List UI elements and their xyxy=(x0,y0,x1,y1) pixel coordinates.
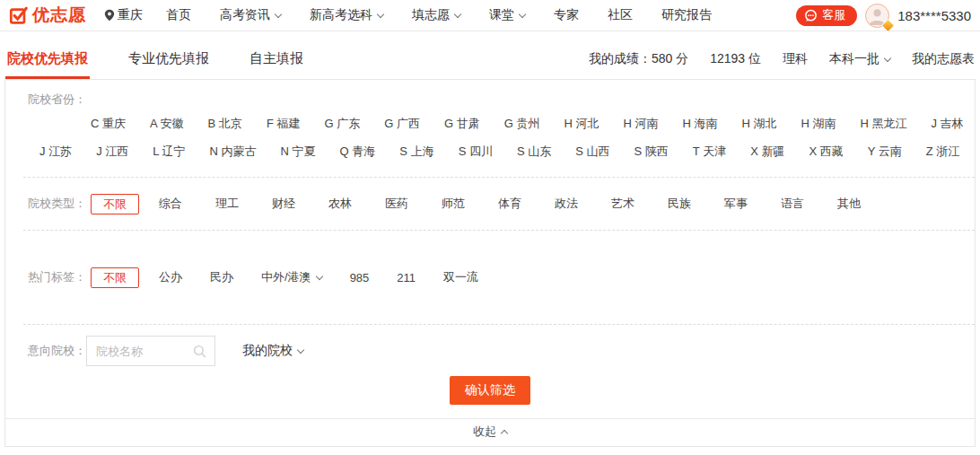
type-option-label: 政法 xyxy=(555,196,578,212)
province-option[interactable]: H 河北 xyxy=(564,116,599,132)
province-option[interactable]: B 北京 xyxy=(208,116,242,132)
province-option[interactable]: J 江西 xyxy=(96,144,128,160)
province-option[interactable]: H 湖南 xyxy=(801,116,836,132)
nav-menu-item[interactable]: 首页 xyxy=(166,7,191,23)
mode-tab[interactable]: 专业优先填报 xyxy=(127,50,211,79)
customer-service-button[interactable]: 客服 xyxy=(796,5,857,26)
search-icon[interactable] xyxy=(193,345,206,358)
province-label: 院校省份： xyxy=(28,92,975,108)
province-option[interactable]: G 贵州 xyxy=(504,116,540,132)
user-avatar[interactable] xyxy=(865,4,889,28)
type-option[interactable]: 师范 xyxy=(442,196,465,212)
subject-track: 理科 xyxy=(783,51,808,67)
college-search-box xyxy=(86,336,215,366)
province-option[interactable]: N 宁夏 xyxy=(281,144,316,160)
tag-option-label: 中外/港澳 xyxy=(261,269,311,285)
nav-menu-item[interactable]: 社区 xyxy=(608,7,633,23)
section-intent: 意向院校： 我的院校 xyxy=(5,325,975,366)
province-option[interactable]: T 天津 xyxy=(693,144,726,160)
province-option[interactable]: H 湖北 xyxy=(741,116,776,132)
province-option[interactable]: L 辽宁 xyxy=(153,144,185,160)
nav-menu-item[interactable]: 高考资讯 xyxy=(220,7,281,23)
type-option[interactable]: 理工 xyxy=(215,196,239,212)
province-option[interactable]: H 河南 xyxy=(623,116,658,132)
province-option[interactable]: Z 浙江 xyxy=(926,144,960,160)
chevron-down-icon xyxy=(377,10,384,17)
checkbox-logo-icon xyxy=(9,5,29,25)
type-option[interactable]: 医药 xyxy=(385,196,408,212)
college-search-input[interactable] xyxy=(87,345,193,358)
nav-menu-item[interactable]: 研究报告 xyxy=(661,7,712,23)
province-option[interactable]: S 陕西 xyxy=(634,144,669,160)
tag-option[interactable]: 民办 xyxy=(210,269,233,285)
location-selector[interactable]: 重庆 xyxy=(104,7,143,23)
type-option-label: 财经 xyxy=(272,196,295,212)
tag-options: 公办 民办 中外/港澳 985 xyxy=(159,269,478,285)
province-option[interactable]: J 江苏 xyxy=(39,144,72,160)
province-option[interactable]: A 安徽 xyxy=(150,116,184,132)
province-option[interactable]: H 海南 xyxy=(682,116,717,132)
mode-tab[interactable]: 自主填报 xyxy=(248,50,305,79)
location-label: 重庆 xyxy=(118,7,143,23)
collapse-toggle[interactable]: 收起 xyxy=(5,418,975,444)
province-option[interactable]: S 山东 xyxy=(517,144,551,160)
province-option[interactable]: S 山西 xyxy=(575,144,609,160)
mode-tab[interactable]: 院校优先填报 xyxy=(5,50,90,79)
province-option[interactable]: Y 云南 xyxy=(868,144,902,160)
province-option[interactable]: G 甘肃 xyxy=(444,116,480,132)
section-province: 院校省份： C 重庆 A 安徽 B 北京 F 福建 G 广东 G 广西 G 甘肃 xyxy=(5,80,975,177)
mode-tab-label: 专业优先填报 xyxy=(128,50,209,66)
province-option[interactable]: S 上海 xyxy=(399,144,433,160)
confirm-filter-button[interactable]: 确认筛选 xyxy=(450,376,530,405)
nav-menu-item-label: 新高考选科 xyxy=(310,7,372,23)
province-option[interactable]: G 广东 xyxy=(324,116,360,132)
province-option[interactable]: N 内蒙古 xyxy=(210,144,257,160)
province-options: C 重庆 A 安徽 B 北京 F 福建 G 广东 G 广西 G 甘肃 G 贵州 … xyxy=(28,116,975,160)
province-option[interactable]: C 重庆 xyxy=(91,116,126,132)
chevron-down-icon xyxy=(519,10,526,17)
batch-dropdown[interactable]: 本科一批 xyxy=(829,51,890,67)
tag-option[interactable]: 985 xyxy=(350,271,370,284)
type-option[interactable]: 政法 xyxy=(555,196,578,212)
tag-option[interactable]: 211 xyxy=(397,271,416,284)
type-option[interactable]: 军事 xyxy=(724,196,748,212)
mode-tab-label: 自主填报 xyxy=(249,50,303,66)
type-option[interactable]: 语言 xyxy=(781,196,804,212)
nav-menu: 首页 高考资讯 新高考选科 填志愿 课堂 xyxy=(166,7,740,23)
type-option[interactable]: 其他 xyxy=(837,196,861,212)
my-colleges-dropdown[interactable]: 我的院校 xyxy=(242,343,303,359)
type-option[interactable]: 财经 xyxy=(272,196,295,212)
batch-label: 本科一批 xyxy=(829,51,879,67)
province-option[interactable]: G 广西 xyxy=(384,116,420,132)
brand-logo[interactable]: 优志愿 xyxy=(9,4,86,27)
nav-menu-item[interactable]: 课堂 xyxy=(489,7,525,23)
province-option[interactable]: H 黑龙江 xyxy=(860,116,906,132)
province-option[interactable]: Q 青海 xyxy=(340,144,376,160)
my-wishlist-link[interactable]: 我的志愿表 xyxy=(912,51,975,67)
province-option[interactable]: F 福建 xyxy=(267,116,301,132)
tag-option[interactable]: 公办 xyxy=(159,269,182,285)
type-option[interactable]: 综合 xyxy=(159,196,182,212)
type-option[interactable]: 农林 xyxy=(328,196,352,212)
tag-option[interactable]: 双一流 xyxy=(443,269,478,285)
type-option-label: 理工 xyxy=(215,196,239,212)
chevron-down-icon xyxy=(454,10,461,17)
type-option[interactable]: 体育 xyxy=(498,196,521,212)
type-option[interactable]: 民族 xyxy=(668,196,691,212)
nav-menu-item[interactable]: 专家 xyxy=(554,7,579,23)
nav-menu-item[interactable]: 新高考选科 xyxy=(310,7,383,23)
tags-unlimited-button[interactable]: 不限 xyxy=(91,267,139,288)
nav-menu-item[interactable]: 填志愿 xyxy=(412,7,460,23)
tag-option[interactable]: 中外/港澳 xyxy=(261,269,322,285)
province-option[interactable]: S 四川 xyxy=(459,144,493,160)
nav-menu-item-label: 研究报告 xyxy=(661,7,712,23)
type-option-label: 师范 xyxy=(442,196,465,212)
user-phone[interactable]: 183****5330 xyxy=(897,8,971,23)
province-option[interactable]: X 新疆 xyxy=(750,144,784,160)
tag-option-label: 211 xyxy=(397,271,416,284)
province-option[interactable]: X 西藏 xyxy=(809,144,843,160)
type-option[interactable]: 艺术 xyxy=(611,196,634,212)
tag-option-label: 公办 xyxy=(159,269,182,285)
province-option[interactable]: J 吉林 xyxy=(931,116,963,132)
type-unlimited-button[interactable]: 不限 xyxy=(91,194,139,214)
